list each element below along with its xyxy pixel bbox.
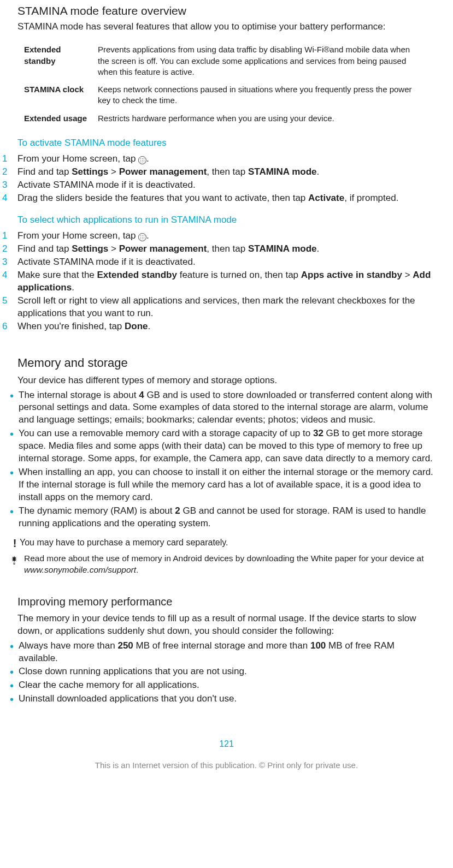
step-number: 1 [2, 153, 17, 165]
apps-icon [138, 156, 146, 164]
text: Make sure that the [17, 270, 97, 280]
lightbulb-icon [10, 553, 24, 576]
step-number: 3 [2, 256, 17, 269]
feature-name: Extended usage [22, 110, 96, 127]
text: > [402, 270, 413, 280]
text: , if prompted. [344, 193, 398, 203]
tip-text: Read more about the use of memory in And… [24, 553, 436, 576]
overview-intro: STAMINA mode has several features that a… [17, 21, 436, 33]
bold: Power management [119, 243, 207, 254]
text: The dynamic memory (RAM) is about [19, 506, 175, 516]
bullet-text: When installing an app, you can choose t… [19, 466, 436, 504]
feature-desc: Prevents applications from using data tr… [96, 41, 423, 81]
feature-name: STAMINA clock [22, 81, 96, 110]
text: From your Home screen, tap [17, 230, 138, 241]
step-number: 6 [2, 320, 17, 333]
step-number: 2 [2, 166, 17, 179]
text: . [317, 167, 320, 177]
bold: 100 [310, 640, 326, 651]
bullet-text: The dynamic memory (RAM) is about 2 GB a… [19, 505, 436, 530]
page: STAMINA mode feature overview STAMINA mo… [0, 3, 453, 849]
text: > [108, 167, 119, 177]
text: Find and tap [17, 167, 72, 177]
text: Drag the sliders beside the features tha… [17, 193, 308, 203]
subsection-title: Improving memory performance [17, 594, 436, 609]
step-row: 2 Find and tap Settings > Power manageme… [17, 243, 436, 255]
text: . [146, 153, 149, 164]
note-text: You may have to purchase a memory card s… [20, 537, 436, 549]
apps-icon [138, 233, 146, 241]
bold: Extended standby [97, 270, 177, 280]
text: , then tap [207, 243, 248, 254]
step-row: 1 From your Home screen, tap . [17, 230, 436, 242]
text: > [108, 243, 119, 254]
step-number: 1 [2, 230, 17, 242]
section-title: Memory and storage [17, 355, 436, 371]
step-text: Find and tap Settings > Power management… [17, 243, 436, 255]
step-row: 4 Make sure that the Extended standby fe… [17, 269, 436, 294]
feature-name: Extended standby [22, 41, 96, 81]
bullet-text: Clear the cache memory for all applicati… [19, 679, 436, 692]
bullet-text: The internal storage is about 4 GB and i… [19, 389, 436, 427]
overview-title: STAMINA mode feature overview [17, 3, 436, 19]
tip-note: Read more about the use of memory in And… [10, 553, 436, 576]
bullet-text: Always have more than 250 MB of free int… [19, 640, 436, 665]
step-text: Make sure that the Extended standby feat… [17, 269, 436, 294]
text: Read more about the use of memory in And… [24, 554, 424, 563]
bold: Power management [119, 167, 207, 177]
step-number: 4 [2, 269, 17, 282]
step-text: Scroll left or right to view all applica… [17, 295, 436, 320]
feature-table: Extended standby Prevents applications f… [22, 41, 423, 127]
procedure-title: To activate STAMINA mode features [17, 137, 436, 150]
text: , then tap [207, 167, 248, 177]
text: When you're finished, tap [17, 321, 125, 331]
bullet-icon: • [10, 427, 19, 439]
table-row: Extended usage Restricts hardware perfor… [22, 110, 423, 127]
procedure-steps: 1 From your Home screen, tap . 2 Find an… [17, 230, 436, 333]
feature-desc: Keeps network connections paused in situ… [96, 81, 423, 110]
bold: Settings [72, 167, 108, 177]
procedure-title: To select which applications to run in S… [17, 214, 436, 227]
bullet-list: • Always have more than 250 MB of free i… [17, 640, 436, 706]
step-row: 5 Scroll left or right to view all appli… [17, 295, 436, 320]
page-number: 121 [17, 738, 436, 750]
list-item: • Uninstall downloaded applications that… [17, 693, 436, 705]
bold: STAMINA mode [248, 167, 317, 177]
bullet-list: • The internal storage is about 4 GB and… [17, 389, 436, 530]
bullet-icon: • [10, 505, 19, 517]
text: . [148, 321, 151, 331]
procedure-steps: 1 From your Home screen, tap . 2 Find an… [17, 153, 436, 205]
text: MB of free internal storage and more tha… [133, 640, 310, 651]
table-row: Extended standby Prevents applications f… [22, 41, 423, 81]
bold: Apps active in standby [301, 270, 402, 280]
step-text: When you're finished, tap Done. [17, 320, 436, 333]
step-text: Activate STAMINA mode if it is deactivat… [17, 256, 436, 269]
list-item: • Close down running applications that y… [17, 665, 436, 678]
text: . [72, 282, 74, 293]
step-row: 6 When you're finished, tap Done. [17, 320, 436, 333]
bullet-text: Uninstall downloaded applications that y… [19, 693, 436, 705]
step-text: Find and tap Settings > Power management… [17, 166, 436, 179]
text: The internal storage is about [19, 390, 139, 400]
list-item: • Clear the cache memory for all applica… [17, 679, 436, 692]
text: feature is turned on, then tap [177, 270, 301, 280]
step-text: From your Home screen, tap . [17, 153, 436, 165]
table-row: STAMINA clock Keeps network connections … [22, 81, 423, 110]
feature-desc: Restricts hardware performance when you … [96, 110, 423, 127]
footer-text: This is an Internet version of this publ… [17, 760, 436, 771]
list-item: • When installing an app, you can choose… [17, 466, 436, 504]
bold: Done [125, 321, 148, 331]
step-text: From your Home screen, tap . [17, 230, 436, 242]
text: . [317, 243, 320, 254]
bullet-icon: • [10, 665, 19, 677]
list-item: • The dynamic memory (RAM) is about 2 GB… [17, 505, 436, 530]
text: . [136, 565, 138, 574]
bullet-icon: • [10, 693, 19, 705]
bullet-text: Close down running applications that you… [19, 665, 436, 678]
subsection-intro: The memory in your device tends to fill … [17, 613, 436, 638]
list-item: • You can use a removable memory card wi… [17, 427, 436, 465]
bold: STAMINA mode [248, 243, 317, 254]
list-item: • Always have more than 250 MB of free i… [17, 640, 436, 665]
bullet-icon: • [10, 679, 19, 691]
section-intro: Your device has different types of memor… [17, 374, 436, 387]
